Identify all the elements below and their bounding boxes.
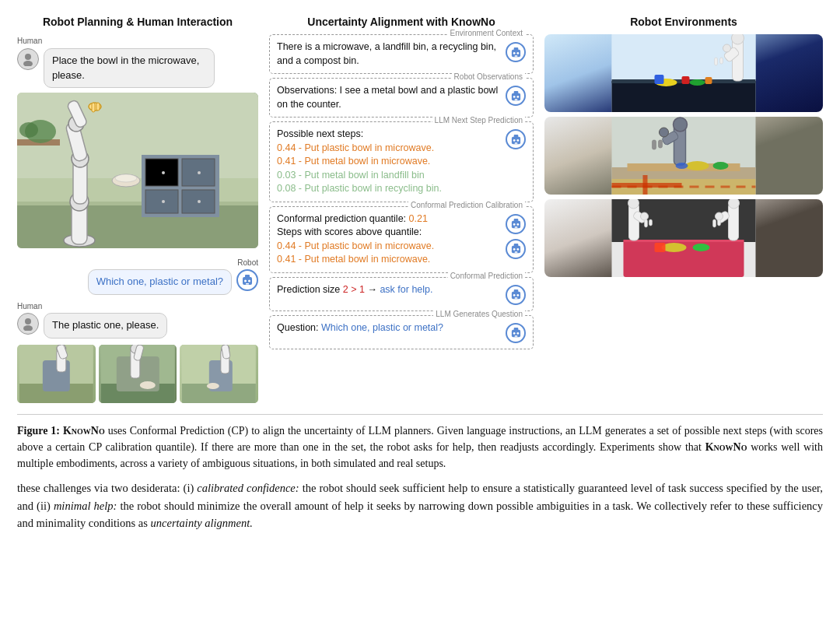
sub-photo-1: [17, 345, 96, 403]
svg-rect-140: [713, 219, 716, 227]
body-uncertainty-alignment: uncertainty alignment.: [151, 517, 253, 529]
robot-icon-cp2: [506, 239, 526, 259]
svg-point-79: [513, 248, 515, 251]
step-1: 0.44 - Put plastic bowl in microwave.: [277, 142, 442, 156]
chat-row-human-1: Place the bowl in the microwave, please.: [17, 48, 258, 89]
right-panel: Robot Environments: [544, 14, 823, 277]
step-2: 0.41 - Put metal bowl in microwave.: [277, 155, 442, 169]
svg-point-121: [676, 163, 688, 169]
robot-icon-obs: [506, 86, 526, 106]
env-photo-3: [544, 199, 823, 277]
svg-point-120: [713, 162, 729, 170]
svg-point-60: [516, 52, 519, 54]
body-minimal-help: minimal help:: [54, 500, 117, 512]
svg-rect-63: [513, 91, 518, 94]
left-panel: Robot Planning & Human Interaction Human…: [17, 14, 258, 403]
svg-rect-78: [513, 244, 518, 247]
svg-rect-34: [246, 283, 249, 285]
cp-icons: [502, 212, 526, 259]
right-panel-title: Robot Environments: [544, 14, 823, 30]
sub-photo-3: [180, 345, 258, 403]
body-paragraph: these challenges via two desiderata: (i)…: [17, 479, 823, 531]
robot-icon-q: [506, 323, 526, 343]
svg-rect-58: [513, 47, 518, 51]
svg-rect-24: [96, 103, 100, 111]
svg-point-33: [248, 279, 250, 282]
svg-point-133: [641, 212, 649, 220]
svg-rect-98: [655, 75, 664, 84]
svg-point-131: [628, 199, 639, 209]
caption-area: Figure 1: KnowNo uses Conformal Predicti…: [17, 414, 823, 531]
svg-rect-88: [513, 328, 518, 331]
svg-rect-81: [514, 252, 517, 253]
svg-point-119: [686, 161, 709, 170]
svg-point-128: [693, 244, 710, 251]
cp-quantile-line: Conformal prediction quantile: 0.21: [277, 212, 434, 226]
left-panel-title: Robot Planning & Human Interaction: [17, 14, 258, 30]
body-text-pre: these challenges via two desiderata: (i): [17, 482, 197, 494]
ask-help: ask for help.: [380, 284, 432, 295]
llm-prediction-label: LLM Next Step Prediction: [432, 115, 525, 127]
svg-point-10: [162, 171, 165, 174]
env-photo-2: [544, 117, 823, 195]
svg-point-85: [516, 294, 519, 296]
robot-label-1: Robot: [17, 258, 258, 269]
svg-rect-129: [655, 243, 666, 252]
svg-rect-68: [513, 135, 518, 138]
svg-point-90: [516, 332, 519, 335]
llm-prediction-box: LLM Next Step Prediction Possible next s…: [269, 121, 534, 202]
human-label-2: Human: [17, 301, 258, 313]
chat-row-human-2: The plastic one, please.: [17, 313, 258, 339]
svg-rect-3: [17, 202, 258, 248]
cp-step-1: 0.44 - Put plastic bowl in microwave.: [277, 240, 434, 254]
possible-steps-heading: Possible next steps:: [277, 128, 442, 142]
svg-rect-86: [514, 298, 517, 299]
svg-point-49: [140, 381, 156, 389]
cp-box: Conformal Prediction Prediction size 2 >…: [269, 277, 534, 311]
svg-rect-100: [705, 77, 712, 84]
svg-rect-134: [645, 219, 648, 227]
svg-point-59: [513, 52, 515, 54]
svg-rect-6: [145, 159, 178, 186]
figure-caption: Figure 1: KnowNo uses Conformal Predicti…: [17, 423, 823, 472]
cp-calibration-content: Conformal prediction quantile: 0.21 Step…: [277, 212, 434, 267]
svg-rect-23: [92, 103, 95, 112]
env-context-box: Environment Context There is a microwave…: [269, 34, 534, 74]
cp-box-label: Conformal Prediction: [448, 271, 525, 282]
human-avatar-1: [17, 48, 39, 70]
cp-above-line: Steps with scores above quantile:: [277, 226, 434, 240]
svg-rect-118: [659, 140, 663, 148]
env-photo-1: [544, 34, 823, 112]
svg-rect-66: [514, 99, 517, 100]
llm-prediction-content: Possible next steps: 0.44 - Put plastic …: [277, 128, 442, 196]
step-4: 0.08 - Put plastic bowl in recycling bin…: [277, 182, 442, 196]
svg-rect-83: [513, 289, 518, 293]
llm-question-row: Question: Which one, plastic or metal?: [277, 321, 526, 343]
cp-quantile-value: 0.21: [409, 213, 428, 224]
step-3: 0.03 - Put metal bowl in landfill bin: [277, 169, 442, 183]
svg-point-80: [516, 248, 519, 251]
knowno-name-2: KnowNo: [705, 441, 747, 453]
svg-rect-126: [624, 240, 744, 242]
middle-panel-title: Uncertainty Alignment with KnowNo: [269, 14, 534, 30]
svg-point-97: [690, 79, 705, 86]
env-context-row: There is a microwave, a landfill bin, a …: [277, 40, 526, 68]
svg-point-13: [198, 200, 201, 203]
svg-rect-73: [513, 219, 518, 222]
pred-size-val: 2: [343, 284, 348, 295]
llm-prediction-row: Possible next steps: 0.44 - Put plastic …: [277, 128, 526, 196]
svg-point-27: [19, 122, 38, 138]
svg-point-56: [207, 383, 219, 389]
svg-point-69: [513, 139, 515, 142]
chat-bubble-robot-1: Which one, plastic or metal?: [88, 269, 232, 295]
chat-bubble-human-2: The plastic one, please.: [44, 313, 167, 339]
svg-rect-99: [682, 76, 690, 84]
body-text-mid2: the robot should minimize the overall am…: [17, 500, 823, 529]
svg-point-137: [729, 199, 740, 209]
svg-point-29: [115, 174, 137, 182]
env-context-text: There is a microwave, a landfill bin, a …: [277, 40, 502, 68]
svg-point-1: [23, 61, 33, 66]
knowno-name-1: KnowNo: [63, 425, 105, 437]
svg-rect-117: [653, 140, 656, 149]
svg-rect-71: [514, 142, 517, 143]
